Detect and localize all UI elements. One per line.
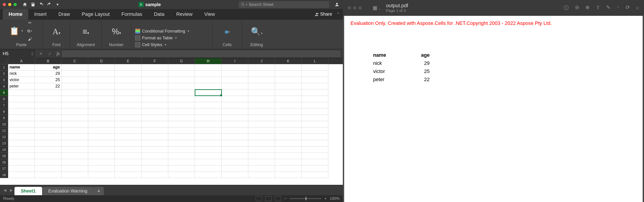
rotate-icon[interactable]: ⟳ bbox=[626, 4, 630, 11]
cell-E12[interactable] bbox=[115, 134, 142, 140]
cell-K6[interactable] bbox=[275, 96, 302, 102]
cell-L18[interactable] bbox=[302, 172, 328, 178]
cell-B8[interactable] bbox=[35, 108, 62, 115]
cell-I5[interactable] bbox=[222, 89, 248, 96]
cell-G7[interactable] bbox=[168, 102, 195, 108]
cell-F14[interactable] bbox=[142, 146, 168, 153]
cell-A14[interactable] bbox=[8, 146, 35, 153]
cell-L17[interactable] bbox=[302, 165, 328, 172]
search-tool-icon[interactable]: ⌕ bbox=[636, 4, 639, 11]
sheet-nav-next-icon[interactable]: ▶ bbox=[8, 188, 14, 192]
number-format-icon[interactable]: %▾ bbox=[112, 27, 121, 36]
alignment-icon[interactable]: ≡▾ bbox=[82, 27, 89, 36]
cell-L9[interactable] bbox=[302, 115, 328, 121]
cell-G10[interactable] bbox=[168, 121, 195, 127]
cell-G12[interactable] bbox=[168, 134, 195, 140]
cell-G3[interactable] bbox=[168, 77, 195, 83]
cell-I4[interactable] bbox=[222, 83, 248, 89]
row-header[interactable]: 12 bbox=[0, 134, 8, 140]
col-header-F[interactable]: F bbox=[142, 58, 168, 64]
cell-B2[interactable]: 29 bbox=[35, 70, 62, 77]
cell-J17[interactable] bbox=[248, 165, 275, 172]
cell-K15[interactable] bbox=[275, 153, 302, 159]
cell-G4[interactable] bbox=[168, 83, 195, 89]
cell-E1[interactable] bbox=[115, 64, 142, 70]
cell-F3[interactable] bbox=[142, 77, 168, 83]
cell-K9[interactable] bbox=[275, 115, 302, 121]
cell-B1[interactable]: age bbox=[35, 64, 62, 70]
cell-G13[interactable] bbox=[168, 140, 195, 146]
cell-G5[interactable] bbox=[168, 89, 195, 96]
cell-L6[interactable] bbox=[302, 96, 328, 102]
row-header[interactable]: 18 bbox=[0, 172, 8, 178]
cell-H2[interactable] bbox=[195, 70, 222, 77]
cell-D18[interactable] bbox=[88, 172, 115, 178]
cell-F4[interactable] bbox=[142, 83, 168, 89]
markup-dropdown-icon[interactable]: ⌄ bbox=[617, 4, 619, 11]
preview-zoom-button[interactable] bbox=[359, 6, 362, 9]
cell-J15[interactable] bbox=[248, 153, 275, 159]
cell-C12[interactable] bbox=[62, 134, 88, 140]
sheet-tab-sheet1[interactable]: Sheet1 bbox=[14, 187, 42, 196]
cell-G18[interactable] bbox=[168, 172, 195, 178]
home-icon[interactable] bbox=[22, 1, 28, 8]
row-header[interactable]: 9 bbox=[0, 115, 8, 121]
row-header[interactable]: 10 bbox=[0, 121, 8, 127]
cell-C9[interactable] bbox=[62, 115, 88, 121]
col-header-E[interactable]: E bbox=[115, 58, 142, 64]
cell-L4[interactable] bbox=[302, 83, 328, 89]
col-header-A[interactable]: A bbox=[8, 58, 35, 64]
cell-F11[interactable] bbox=[142, 127, 168, 134]
row-header[interactable]: 7 bbox=[0, 102, 8, 108]
cell-L16[interactable] bbox=[302, 159, 328, 165]
cell-C17[interactable] bbox=[62, 165, 88, 172]
cell-A6[interactable] bbox=[8, 96, 35, 102]
cell-B18[interactable] bbox=[35, 172, 62, 178]
row-header[interactable]: 4 bbox=[0, 83, 8, 89]
cell-K2[interactable] bbox=[275, 70, 302, 77]
cell-G8[interactable] bbox=[168, 108, 195, 115]
cell-A11[interactable] bbox=[8, 127, 35, 134]
cell-L14[interactable] bbox=[302, 146, 328, 153]
cut-icon[interactable]: ✂ bbox=[27, 19, 34, 26]
cell-A7[interactable] bbox=[8, 102, 35, 108]
cell-E17[interactable] bbox=[115, 165, 142, 172]
cell-K1[interactable] bbox=[275, 64, 302, 70]
cell-F16[interactable] bbox=[142, 159, 168, 165]
view-page-break-icon[interactable] bbox=[275, 196, 281, 201]
ribbon-tab-formulas[interactable]: Formulas bbox=[116, 9, 148, 19]
cell-D16[interactable] bbox=[88, 159, 115, 165]
cell-K13[interactable] bbox=[275, 140, 302, 146]
cell-H12[interactable] bbox=[195, 134, 222, 140]
markup-icon[interactable]: ✎ bbox=[606, 4, 610, 11]
cell-D7[interactable] bbox=[88, 102, 115, 108]
cell-G11[interactable] bbox=[168, 127, 195, 134]
font-icon[interactable]: A▾ bbox=[53, 27, 60, 36]
ribbon-tab-view[interactable]: View bbox=[198, 9, 221, 19]
cell-A9[interactable] bbox=[8, 115, 35, 121]
conditional-formatting-button[interactable]: Conditional Formatting ▼ bbox=[135, 29, 190, 34]
cell-D12[interactable] bbox=[88, 134, 115, 140]
cell-C4[interactable] bbox=[62, 83, 88, 89]
cell-D6[interactable] bbox=[88, 96, 115, 102]
cancel-edit-icon[interactable]: ✕ bbox=[36, 51, 45, 56]
col-header-I[interactable]: I bbox=[222, 58, 248, 64]
view-normal-icon[interactable] bbox=[256, 196, 262, 201]
row-header[interactable]: 1 bbox=[0, 64, 8, 70]
collapse-ribbon-icon[interactable]: ⌃ bbox=[337, 12, 340, 16]
cell-D9[interactable] bbox=[88, 115, 115, 121]
cell-A8[interactable] bbox=[8, 108, 35, 115]
cell-H14[interactable] bbox=[195, 146, 222, 153]
cell-A3[interactable]: victor bbox=[8, 77, 35, 83]
cell-H16[interactable] bbox=[195, 159, 222, 165]
cell-K18[interactable] bbox=[275, 172, 302, 178]
cell-H5[interactable] bbox=[195, 89, 222, 96]
cell-E9[interactable] bbox=[115, 115, 142, 121]
cell-J11[interactable] bbox=[248, 127, 275, 134]
cell-G15[interactable] bbox=[168, 153, 195, 159]
cell-B5[interactable] bbox=[35, 89, 62, 96]
cell-B9[interactable] bbox=[35, 115, 62, 121]
cell-B14[interactable] bbox=[35, 146, 62, 153]
cell-A10[interactable] bbox=[8, 121, 35, 127]
cell-L8[interactable] bbox=[302, 108, 328, 115]
